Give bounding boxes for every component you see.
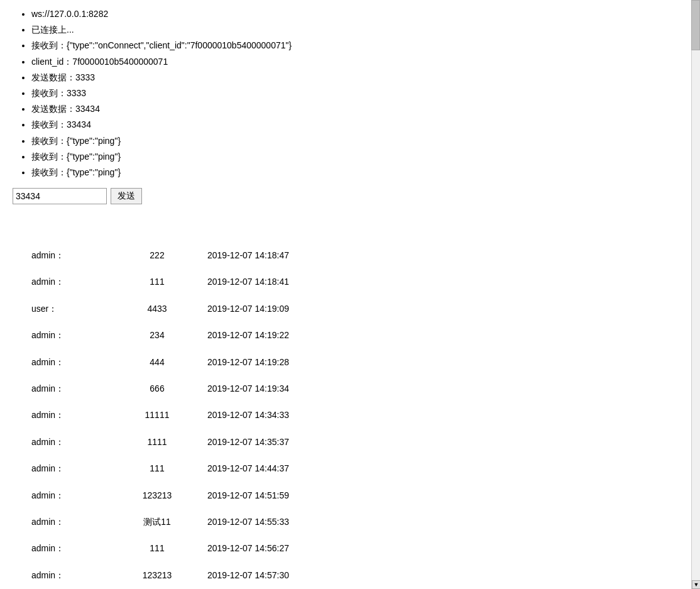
log-item: 接收到：33434 — [31, 117, 687, 133]
table-row: admin：111112019-12-07 14:34:33 — [13, 402, 687, 428]
col-time: 2019-12-07 14:51:59 — [207, 488, 333, 502]
table-row: admin：6662019-12-07 14:19:34 — [13, 375, 687, 402]
table-row: admin：2222019-12-07 14:18:47 — [13, 242, 687, 268]
table-row: admin：4442019-12-07 14:19:28 — [13, 349, 687, 375]
log-item: 发送数据：3333 — [31, 70, 687, 85]
table-row: admin：11112019-12-07 14:35:37 — [13, 429, 687, 455]
col-time: 2019-12-07 14:18:47 — [207, 248, 333, 262]
log-list: ws://127.0.0.1:8282已连接上...接收到：{"type":"o… — [13, 6, 687, 180]
col-user: admin： — [31, 275, 107, 289]
send-button[interactable]: 发送 — [111, 188, 142, 204]
col-time: 2019-12-07 14:19:09 — [207, 302, 333, 316]
col-user: user： — [31, 302, 107, 316]
col-user: admin： — [31, 461, 107, 475]
log-item: ws://127.0.0.1:8282 — [31, 6, 687, 22]
col-time: 2019-12-07 14:34:33 — [207, 408, 333, 422]
col-time: 2019-12-07 14:19:34 — [207, 382, 333, 395]
col-msg: 111 — [107, 541, 207, 555]
col-msg: 666 — [107, 382, 207, 395]
col-msg: 123213 — [107, 568, 207, 582]
col-msg: 111 — [107, 275, 207, 289]
col-user: admin： — [31, 488, 107, 502]
col-time: 2019-12-07 14:57:30 — [207, 568, 333, 582]
col-time: 2019-12-07 14:19:28 — [207, 355, 333, 369]
send-input[interactable] — [13, 188, 107, 204]
table-row: admin：1112019-12-07 14:56:27 — [13, 535, 687, 561]
log-item: 接收到：{"type":"ping"} — [31, 149, 687, 165]
col-user: admin： — [31, 355, 107, 369]
table-row: admin：1112019-12-07 14:44:37 — [13, 455, 687, 482]
col-user: admin： — [31, 541, 107, 555]
col-msg: 222 — [107, 248, 207, 262]
table-row: user：44332019-12-07 14:19:09 — [13, 295, 687, 322]
table-row: admin：1232132019-12-07 14:57:30 — [13, 562, 687, 588]
col-time: 2019-12-07 14:55:33 — [207, 515, 333, 529]
col-msg: 234 — [107, 328, 207, 342]
log-item: 已连接上... — [31, 22, 687, 38]
scrollbar-track: ▲ ▼ — [691, 0, 700, 589]
col-user: admin： — [31, 435, 107, 449]
col-user: admin： — [31, 382, 107, 395]
col-user: admin： — [31, 328, 107, 342]
col-user: admin： — [31, 568, 107, 582]
log-item: 接收到：{"type":"onConnect","client_id":"7f0… — [31, 38, 687, 53]
log-item: 接收到：{"type":"ping"} — [31, 133, 687, 149]
table-row: admin：2342019-12-07 14:19:22 — [13, 322, 687, 348]
col-user: admin： — [31, 408, 107, 422]
top-section: ws://127.0.0.1:8282已连接上...接收到：{"type":"o… — [0, 0, 700, 211]
log-item: 发送数据：33434 — [31, 101, 687, 117]
scrollbar-arrow-down[interactable]: ▼ — [692, 580, 700, 589]
log-item: client_id：7f0000010b5400000071 — [31, 54, 687, 70]
data-section: admin：2222019-12-07 14:18:47admin：111201… — [0, 242, 700, 588]
col-msg: 11111 — [107, 408, 207, 422]
col-msg: 111 — [107, 461, 207, 475]
log-item: 接收到：{"type":"ping"} — [31, 165, 687, 180]
col-time: 2019-12-07 14:18:41 — [207, 275, 333, 289]
table-row: admin：1232132019-12-07 14:51:59 — [13, 482, 687, 509]
col-time: 2019-12-07 14:56:27 — [207, 541, 333, 555]
col-user: admin： — [31, 248, 107, 262]
col-time: 2019-12-07 14:19:22 — [207, 328, 333, 342]
table-row: admin：测试112019-12-07 14:55:33 — [13, 509, 687, 535]
col-user: admin： — [31, 515, 107, 529]
col-time: 2019-12-07 14:44:37 — [207, 461, 333, 475]
col-msg: 测试11 — [107, 515, 207, 529]
col-time: 2019-12-07 14:35:37 — [207, 435, 333, 449]
col-msg: 4433 — [107, 302, 207, 316]
input-row: 发送 — [13, 188, 687, 204]
col-msg: 444 — [107, 355, 207, 369]
scrollbar-thumb[interactable] — [691, 0, 700, 50]
col-msg: 123213 — [107, 488, 207, 502]
log-item: 接收到：3333 — [31, 85, 687, 101]
table-row: admin：1112019-12-07 14:18:41 — [13, 268, 687, 295]
col-msg: 1111 — [107, 435, 207, 449]
